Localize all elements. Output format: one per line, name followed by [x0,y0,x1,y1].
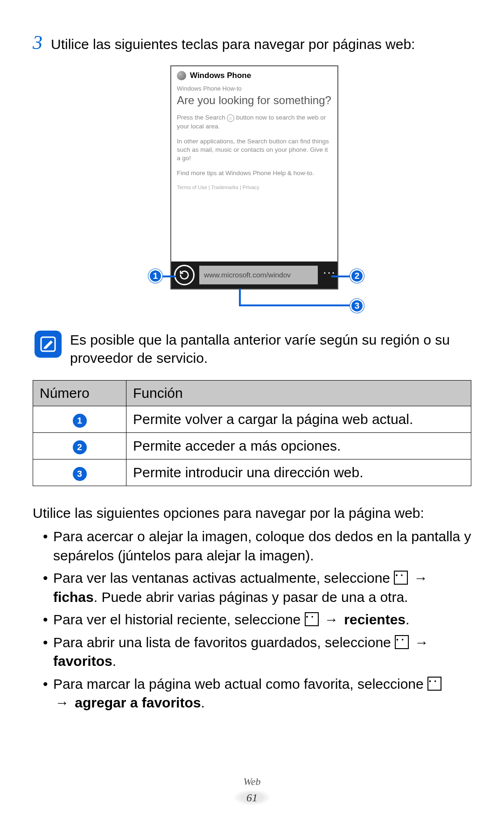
phone-subtitle: Windows Phone How-to [177,85,332,92]
note-text: Es posible que la pantalla anterior varí… [70,331,471,367]
footer-section: Web [0,776,504,788]
callout-lead-1 [162,276,175,277]
arrow-icon: → [413,633,430,652]
step-number: 3 [33,33,42,52]
list-item: Para marcar la página web actual como fa… [43,675,471,713]
step-text: Utilice las siguientes teclas para naveg… [51,35,415,53]
bold-fichas: fichas [53,589,94,605]
bold-agregar-favoritos: agregar a favoritos [75,695,201,710]
row-func-3: Permite introducir una dirección web. [126,459,471,486]
note-icon [35,331,62,358]
table-header-number: Número [33,380,126,406]
more-options-icon: ● ● ● [394,571,408,585]
table-row: 3 Permite introducir una dirección web. [33,459,471,486]
phone-legal: Terms of Use | Trademarks | Privacy [177,184,332,190]
phone-frame: Windows Phone Windows Phone How-to Are y… [170,65,338,290]
callout-badge-3: 3 [350,299,364,313]
phone-heading: Are you looking for something? [177,94,332,107]
list-item: Para acercar o alejar la imagen, coloque… [43,527,471,565]
row-func-2: Permite acceder a más opciones. [126,432,471,459]
url-bar: www.microsoft.com/windov [199,266,318,284]
phone-content: Windows Phone Windows Phone How-to Are y… [171,66,337,262]
arrow-icon: → [53,693,71,713]
list-item: Para ver las ventanas activas actualment… [43,569,471,607]
page-footer: Web 61 [0,776,504,806]
more-options-icon: ● ● ● [427,677,441,691]
row-func-1: Permite volver a cargar la página web ac… [126,406,471,432]
function-table: Número Función 1 Permite volver a cargar… [33,380,471,486]
more-icon: ... [322,267,337,282]
list-item: Para ver el historial reciente, seleccio… [43,610,471,629]
phone-brand-text: Windows Phone [190,71,251,80]
note-row: Es posible que la pantalla anterior varí… [35,331,471,367]
bold-recientes: recientes [344,612,406,627]
more-options-icon: ● ● ● [305,612,319,626]
callout-lead-3v [239,289,241,306]
callout-badge-1: 1 [148,269,162,283]
options-list: Para acercar o alejar la imagen, coloque… [33,527,471,713]
phone-paragraph-1: Press the Search ⌕ button now to search … [177,113,332,130]
phone-paragraph-2: In other applications, the Search button… [177,137,332,163]
callout-badge-2: 2 [350,269,364,283]
table-row: 1 Permite volver a cargar la página web … [33,406,471,432]
row-badge-2: 2 [73,440,87,454]
bold-favoritos: favoritos [53,653,112,669]
callout-lead-3h [239,304,351,306]
search-icon: ⌕ [227,114,234,122]
footer-page-number: 61 [233,790,271,806]
list-item: Para abrir una lista de favoritos guarda… [43,633,471,671]
arrow-icon: → [322,610,340,629]
row-badge-3: 3 [73,467,87,481]
manual-page: 3 Utilice las siguientes teclas para nav… [0,0,504,827]
callout-lead-2 [331,276,351,277]
phone-paragraph-3: Find more tips at Windows Phone Help & h… [177,169,332,177]
row-badge-1: 1 [73,414,87,428]
phone-brand-row: Windows Phone [177,71,332,80]
arrow-icon: → [412,569,430,588]
step-line: 3 Utilice las siguientes teclas para nav… [33,33,471,53]
windows-logo-icon [177,71,186,80]
refresh-icon [174,265,195,285]
phone-browser-bar: www.microsoft.com/windov ... [171,262,337,289]
options-intro: Utilice las siguientes opciones para nav… [33,504,471,523]
phone-illustration: Windows Phone Windows Phone How-to Are y… [33,65,471,318]
table-row: 2 Permite acceder a más opciones. [33,432,471,459]
table-header-function: Función [126,380,471,406]
more-options-icon: ● ● ● [395,635,409,649]
